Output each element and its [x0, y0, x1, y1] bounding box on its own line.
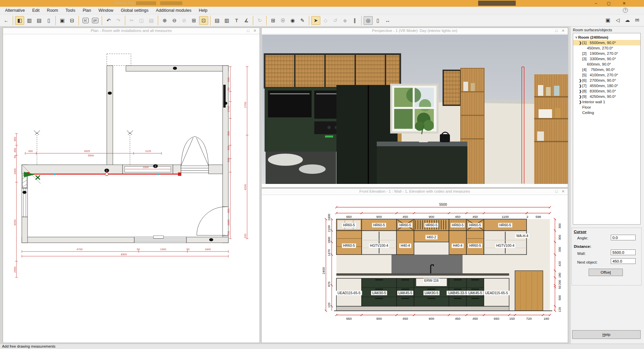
elevation-panel-titlebar[interactable]: Front Elevation - 1 : Wall - 1, Elevatio… — [262, 189, 568, 195]
print-icon[interactable]: ⊟ — [67, 16, 77, 25]
rotate-3d-icon[interactable]: ↺ — [331, 16, 340, 25]
plan-panel-titlebar[interactable]: Plan - Room with installations and all m… — [3, 28, 260, 34]
tape-measure-icon[interactable]: ◎ — [364, 16, 373, 25]
tree-item-label: [9] 4250mm, 90.0° — [582, 94, 616, 99]
redo-icon[interactable]: ↷ — [114, 16, 123, 25]
chevron-icon[interactable]: ❯ — [579, 100, 582, 104]
rotate-icon[interactable]: ↻ — [255, 16, 264, 25]
pointer-icon[interactable]: ➤ — [311, 16, 320, 25]
svg-text:450: 450 — [227, 208, 230, 213]
tilt-3d-icon[interactable]: ◆ — [340, 16, 350, 25]
parallel-measure-icon[interactable]: ∥ — [350, 16, 359, 25]
zoom-in-icon[interactable]: ⊕ — [160, 16, 169, 25]
toolbar-separator — [253, 16, 253, 25]
tree-item[interactable]: ❯[6] 2700mm, 90.0° — [573, 78, 640, 83]
offset-button[interactable]: Offset — [589, 269, 623, 276]
chevron-icon[interactable]: ❯ — [579, 95, 582, 99]
zoom-out-icon[interactable]: ⊖ — [170, 16, 179, 25]
tree-item[interactable]: ❯[8] 8300mm, 90.0° — [573, 88, 640, 94]
menu-window[interactable]: Window — [95, 7, 117, 13]
tree-item[interactable]: ❯[9] 4250mm, 90.0° — [573, 94, 640, 99]
tree-item[interactable]: 600mm, 90.0° — [573, 62, 640, 67]
zoom-previous-icon[interactable]: ⊘ — [180, 16, 189, 25]
tree-item[interactable]: [2] 1900mm, 270.0° — [573, 51, 640, 56]
view-plan-icon[interactable]: ◧ — [15, 16, 24, 25]
view-elevation-icon[interactable]: ▥ — [25, 16, 34, 25]
email-icon[interactable]: ✉ — [633, 16, 642, 25]
tree-item[interactable]: 450mm, 270.0° — [573, 45, 640, 51]
help-badge-icon[interactable]: ? — [623, 8, 628, 13]
cut-icon[interactable]: ✂ — [127, 16, 136, 25]
elevation-drawing[interactable]: UEAD115-65-5UAK90-5UAK45-5UAK90-5UAB45-3… — [322, 201, 570, 325]
electrical-socket-icon[interactable]: ☉ — [278, 16, 287, 25]
plan-panel-title: Plan - Room with installations and all m… — [3, 29, 260, 33]
panel-close-icon[interactable]: ✕ — [252, 29, 258, 33]
cabinet-dimensions-icon[interactable]: ⊞ — [269, 16, 278, 25]
scale-button[interactable]: sc — [81, 16, 90, 25]
svg-text:720: 720 — [526, 317, 532, 320]
sheet-layout-icon[interactable]: ▯ — [373, 16, 382, 25]
draw-wall-icon[interactable]: ✎ — [298, 16, 307, 25]
wall-distance-input[interactable] — [611, 249, 636, 255]
panel-maximize-icon[interactable]: □ — [554, 29, 559, 33]
panel-maximize-icon[interactable]: □ — [245, 29, 251, 33]
next-object-input[interactable] — [611, 258, 636, 264]
chevron-icon[interactable]: ❯ — [579, 41, 582, 45]
render-3d-view[interactable] — [262, 35, 568, 184]
select-3d-icon[interactable]: ◇ — [321, 16, 330, 25]
text-icon[interactable]: T — [232, 16, 241, 25]
free-measure-icon[interactable]: ↔ — [383, 16, 392, 25]
back-icon[interactable]: ← — [2, 16, 11, 25]
menu-global-settings[interactable]: Global settings — [117, 7, 152, 13]
save-icon[interactable]: ▣ — [58, 16, 67, 25]
annotation-icon[interactable]: ▤ — [213, 16, 222, 25]
tree-item[interactable]: ❯Interior wall 1 — [573, 99, 640, 105]
menu-plan[interactable]: Plan — [79, 7, 95, 13]
tree-item-label: Interior wall 1 — [582, 100, 605, 104]
menu-additional-modules[interactable]: Additional modules — [152, 7, 195, 13]
view-perspective-icon[interactable]: ▤ — [35, 16, 44, 25]
paste-icon[interactable]: ▤ — [147, 16, 156, 25]
camera-view-icon[interactable]: ◉ — [288, 16, 297, 25]
help-button[interactable]: Help — [572, 330, 641, 339]
tree-item[interactable]: Ceiling — [573, 110, 640, 115]
perspective-panel-titlebar[interactable]: Perspective - 1 (VR Mode): Day (interior… — [262, 28, 568, 34]
tree-item[interactable]: [4] 750mm, 90.0° — [573, 67, 640, 72]
close-button[interactable]: ✕ — [618, 0, 630, 7]
annotation-leader-icon[interactable]: ▥ — [222, 16, 231, 25]
export-image-icon[interactable]: ▣ — [603, 16, 612, 25]
tree-item[interactable]: [5] 4100mm, 270.0° — [573, 72, 640, 78]
angle-input[interactable] — [611, 235, 636, 240]
svg-text:3925: 3925 — [84, 150, 90, 153]
tree-item[interactable]: [3] 3300mm, 90.0° — [573, 56, 640, 62]
cloud-sync-icon[interactable]: ☁ — [623, 16, 632, 25]
chevron-icon[interactable]: ˅ — [574, 36, 578, 39]
undo-icon[interactable]: ↶ — [104, 16, 113, 25]
measure-object-icon[interactable]: ∡ — [242, 16, 251, 25]
svg-text:1: 1 — [106, 169, 107, 172]
zoom-window-icon[interactable]: ⊞ — [189, 16, 198, 25]
view-article-list-icon[interactable]: ▯ — [44, 16, 53, 25]
menu-alternative[interactable]: Alternative — [1, 7, 29, 13]
menu-help[interactable]: Help — [195, 7, 211, 13]
minimize-button[interactable]: – — [590, 0, 602, 7]
send-plan-icon[interactable]: ◁ — [613, 16, 622, 25]
panel-close-icon[interactable]: ✕ — [560, 29, 566, 33]
panel-maximize-icon[interactable]: □ — [554, 189, 559, 193]
chevron-icon[interactable]: ❯ — [579, 84, 582, 88]
panel-close-icon[interactable]: ✕ — [560, 189, 566, 194]
chevron-icon[interactable]: ❯ — [579, 89, 582, 93]
zoom-selection-icon[interactable]: ⊡ — [199, 16, 208, 25]
copy-icon[interactable]: ◫ — [137, 16, 146, 25]
tree-item[interactable]: ❯[1] 5500mm, 90.0° — [573, 40, 640, 45]
menu-tools[interactable]: Tools — [62, 7, 79, 13]
pan-button[interactable]: pn — [91, 16, 100, 25]
floor-plan-drawing[interactable]: 4503925550011251500450390501000425025606… — [3, 34, 260, 343]
chevron-icon[interactable]: ❯ — [579, 79, 582, 82]
menu-room[interactable]: Room — [43, 7, 62, 13]
menu-edit[interactable]: Edit — [29, 7, 43, 13]
maximize-button[interactable]: ▢ — [603, 0, 614, 7]
tree-item[interactable]: Floor — [573, 105, 640, 110]
tree-item[interactable]: ˅Room (2400mm) — [573, 35, 640, 40]
tree-item[interactable]: ❯[7] 4550mm, 180.0° — [573, 83, 640, 88]
